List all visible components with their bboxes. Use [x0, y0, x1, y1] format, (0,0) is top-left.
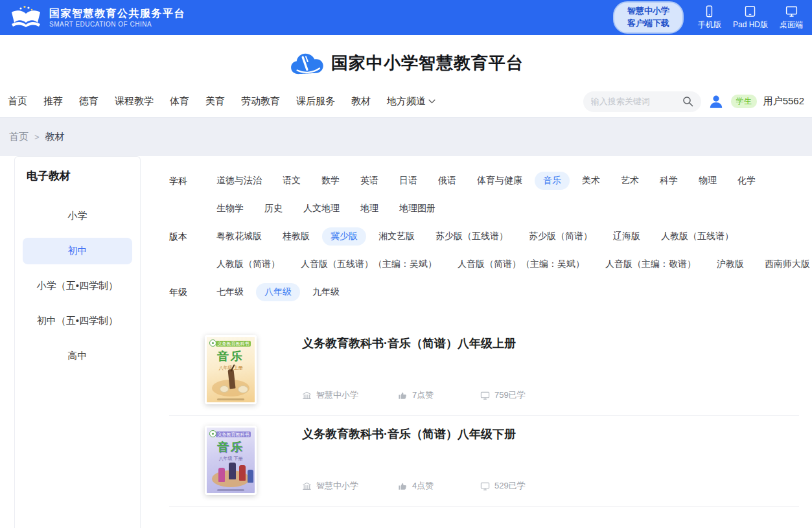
filter-option[interactable]: 俄语	[430, 172, 465, 190]
filter-option[interactable]: 英语	[352, 172, 387, 190]
nav-item-9[interactable]: 地方频道	[387, 95, 435, 108]
nav-item-label: 地方频道	[387, 95, 426, 108]
nav-item-5[interactable]: 美育	[205, 95, 225, 108]
filter-option[interactable]: 人音版（主编：敬谱）	[597, 255, 704, 273]
likes-stat: 4点赞	[398, 480, 480, 492]
filter-option[interactable]: 物理	[690, 172, 725, 190]
page: 国家智慧教育公共服务平台 SMART EDUCATION OF CHINA 智慧…	[0, 0, 812, 528]
filter-option[interactable]: 辽海版	[605, 227, 649, 246]
cover-illustration-figure	[218, 468, 225, 482]
book-cover[interactable]: 义务教育教科书音乐八年级 上册	[205, 335, 257, 404]
breadcrumb-item-1: 教材	[45, 131, 65, 143]
sidebar-item-0[interactable]: 小学	[23, 203, 132, 229]
filter-row-0: 学科道德与法治语文数学英语日语俄语体育与健康音乐美术艺术科学物理化学生物学历史人…	[169, 172, 799, 227]
filter-option[interactable]: 沪教版	[708, 255, 752, 273]
cover-illustration-figure	[238, 385, 248, 393]
filter-option[interactable]: 八年级	[256, 283, 300, 301]
thumbs-up-icon	[398, 391, 408, 400]
device-link-1[interactable]: Pad HD版	[733, 5, 768, 30]
filter-option[interactable]: 美术	[574, 172, 609, 190]
book-row-0[interactable]: 义务教育教科书音乐八年级 上册义务教育教科书·音乐（简谱）八年级上册智慧中小学7…	[169, 325, 799, 416]
filter-option-line: 道德与法治语文数学英语日语俄语体育与健康音乐美术艺术科学物理化学	[208, 172, 799, 190]
filter-option[interactable]: 冀少版	[322, 227, 366, 246]
filter-option[interactable]: 粤教花城版	[208, 227, 270, 246]
provider-icon	[302, 481, 312, 491]
filter-option[interactable]: 历史	[256, 200, 291, 218]
cover-illustration-figure	[248, 470, 253, 483]
nav-item-2[interactable]: 德育	[79, 95, 99, 108]
book-title[interactable]: 义务教育教科书·音乐（简谱）八年级上册	[302, 336, 799, 351]
filter-option[interactable]: 科学	[651, 172, 686, 190]
filter-option[interactable]: 七年级	[208, 283, 252, 301]
phone-icon	[702, 5, 716, 18]
nav-item-3[interactable]: 课程教学	[115, 95, 154, 108]
sidebar-item-1[interactable]: 初中	[23, 238, 132, 264]
nav-item-0[interactable]: 首页	[8, 95, 27, 108]
breadcrumb-item-0[interactable]: 首页	[9, 131, 29, 143]
book-title[interactable]: 义务教育教科书·音乐（简谱）八年级下册	[302, 426, 799, 442]
provider-stat-text: 智慧中小学	[316, 480, 358, 492]
sidebar-item-3[interactable]: 初中（五•四学制）	[23, 308, 132, 334]
filter-label: 版本	[169, 227, 191, 283]
filter-options: 七年级八年级九年级	[208, 283, 799, 311]
filter-option[interactable]: 化学	[729, 172, 764, 190]
search-icon[interactable]	[682, 96, 693, 107]
filter-row-1: 版本粤教花城版桂教版冀少版湘文艺版苏少版（五线谱）苏少版（简谱）辽海版人教版（五…	[169, 227, 799, 283]
cover-illustration	[211, 364, 251, 396]
cover-publisher-logo-icon	[209, 430, 216, 437]
filter-option[interactable]: 地理	[352, 200, 387, 218]
book-info: 义务教育教科书·音乐（简谱）八年级下册智慧中小学4点赞529已学	[302, 426, 799, 495]
likes-stat-text: 4点赞	[412, 480, 434, 492]
filter-row-2: 年级七年级八年级九年级	[169, 283, 799, 311]
nav-item-7[interactable]: 课后服务	[296, 95, 335, 108]
device-link-2[interactable]: 桌面端	[780, 5, 803, 30]
search-input[interactable]	[591, 97, 679, 106]
filter-option[interactable]: 道德与法治	[208, 172, 270, 190]
filter-option[interactable]: 苏少版（简谱）	[520, 227, 601, 246]
user-avatar-icon[interactable]	[708, 93, 725, 110]
topbar: 国家智慧教育公共服务平台 SMART EDUCATION OF CHINA 智慧…	[0, 0, 812, 35]
filter-option[interactable]: 人教版（五线谱）	[653, 227, 742, 246]
likes-stat-text: 7点赞	[412, 389, 434, 401]
filter-option-line: 粤教花城版桂教版冀少版湘文艺版苏少版（五线谱）苏少版（简谱）辽海版人教版（五线谱…	[208, 227, 812, 246]
learned-stat: 759已学	[480, 389, 526, 401]
filter-option[interactable]: 人文地理	[295, 200, 348, 218]
site-header: 国家中小学智慧教育平台 首页推荐德育课程教学体育美育劳动教育课后服务教材地方频道	[0, 35, 812, 118]
filter-option[interactable]: 人教版（简谱）	[208, 255, 288, 273]
filter-option[interactable]: 湘文艺版	[370, 227, 423, 246]
platform-brand[interactable]: 国家智慧教育公共服务平台 SMART EDUCATION OF CHINA	[9, 5, 185, 30]
tablet-icon	[743, 5, 757, 18]
nav-item-1[interactable]: 推荐	[43, 95, 63, 108]
book-cover[interactable]: 义务教育教科书音乐八年级 下册	[205, 426, 257, 495]
nav-item-8[interactable]: 教材	[351, 95, 371, 108]
cover-illustration-figure	[229, 463, 236, 479]
filter-option-line: 七年级八年级九年级	[208, 283, 799, 301]
filter-option[interactable]: 艺术	[612, 172, 647, 190]
filter-option[interactable]: 音乐	[535, 172, 570, 190]
filter-option[interactable]: 苏少版（五线谱）	[427, 227, 516, 246]
nav-item-label: 课后服务	[296, 95, 335, 108]
user-name[interactable]: 用户5562	[763, 95, 804, 108]
filter-option[interactable]: 日语	[391, 172, 426, 190]
cover-title: 音乐	[207, 439, 255, 455]
nav-item-4[interactable]: 体育	[170, 95, 189, 108]
filter-option[interactable]: 地理图册	[391, 200, 444, 218]
filter-option[interactable]: 生物学	[208, 200, 252, 218]
nav-item-6[interactable]: 劳动教育	[241, 95, 280, 108]
filter-option[interactable]: 九年级	[304, 283, 348, 301]
client-download-button[interactable]: 智慧中小学 客户端下载	[613, 1, 684, 34]
sidebar-item-2[interactable]: 小学（五•四学制）	[23, 273, 132, 299]
filter-option[interactable]: 人音版（五线谱）（主编：吴斌）	[292, 255, 445, 273]
filter-option[interactable]: 语文	[274, 172, 309, 190]
filter-option[interactable]: 人音版（简谱）（主编：吴斌）	[449, 255, 593, 273]
book-row-1[interactable]: 义务教育教科书音乐八年级 下册义务教育教科书·音乐（简谱）八年级下册智慧中小学4…	[169, 416, 799, 507]
cover-illustration-figure	[220, 385, 229, 393]
nav-item-label: 美育	[205, 95, 225, 108]
sidebar-item-4[interactable]: 高中	[23, 343, 132, 369]
filter-option[interactable]: 西南师大版	[756, 255, 812, 273]
filter-options: 粤教花城版桂教版冀少版湘文艺版苏少版（五线谱）苏少版（简谱）辽海版人教版（五线谱…	[208, 227, 812, 283]
device-link-0[interactable]: 手机版	[698, 5, 721, 30]
filter-option[interactable]: 数学	[313, 172, 348, 190]
filter-option[interactable]: 桂教版	[274, 227, 318, 246]
filter-option[interactable]: 体育与健康	[469, 172, 531, 190]
